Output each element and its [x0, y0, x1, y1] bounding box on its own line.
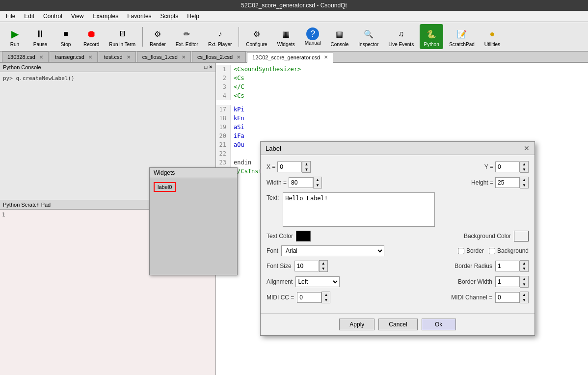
border-checkbox[interactable] — [458, 248, 464, 254]
font-select[interactable]: Arial — [281, 245, 384, 256]
bg-color-swatch[interactable] — [514, 231, 529, 241]
background-checkbox[interactable] — [489, 248, 495, 254]
text-label: Text: — [267, 192, 279, 201]
x-field-group: X = ▲ ▼ — [267, 161, 311, 173]
y-input[interactable] — [495, 161, 520, 172]
y-up-btn[interactable]: ▲ — [520, 161, 528, 167]
configure-button[interactable]: ⚙ Configure — [242, 24, 271, 49]
dialog-close-button[interactable]: ✕ — [524, 144, 530, 152]
ok-button[interactable]: Ok — [422, 319, 456, 330]
ext-player-button[interactable]: ♪ Ext. Player — [204, 24, 236, 49]
menu-bar: File Edit Control View Examples Favorite… — [0, 11, 588, 22]
live-events-button[interactable]: ♫ Live Events — [384, 24, 418, 49]
x-input[interactable] — [277, 161, 302, 172]
menu-help[interactable]: Help — [183, 12, 203, 21]
font-size-down-btn[interactable]: ▼ — [320, 266, 327, 271]
width-input[interactable] — [289, 177, 313, 188]
scratchpad-icon: 📝 — [454, 26, 470, 42]
font-size-input[interactable] — [294, 261, 319, 271]
apply-button[interactable]: Apply — [339, 319, 374, 330]
python-button[interactable]: 🐍 Python — [420, 24, 443, 49]
border-radius-input[interactable] — [495, 261, 520, 271]
tab-cs-floss-1[interactable]: cs_floss_1.csd ✕ — [137, 52, 191, 62]
stop-button[interactable]: ■ Stop — [54, 24, 78, 49]
midi-channel-down-btn[interactable]: ▼ — [520, 297, 528, 303]
python-console-content[interactable]: py> q.createNewLabel() — [0, 72, 215, 84]
menu-favorites[interactable]: Favorites — [123, 12, 155, 21]
tab-close-cs-floss-1[interactable]: ✕ — [182, 54, 186, 60]
border-width-up-btn[interactable]: ▲ — [520, 276, 528, 282]
widgets-button[interactable]: ▦ Widgets — [273, 24, 299, 49]
border-width-down-btn[interactable]: ▼ — [520, 282, 528, 287]
wh-row: Width = ▲ ▼ Height = ▲ — [267, 177, 529, 188]
border-radius-up-btn[interactable]: ▲ — [520, 261, 528, 266]
color-row: Text Color Background Color — [267, 231, 529, 241]
run-button[interactable]: ▶ Run — [3, 24, 27, 49]
pause-icon: ⏸ — [32, 26, 48, 42]
x-down-btn[interactable]: ▼ — [302, 167, 310, 172]
cancel-button[interactable]: Cancel — [378, 319, 417, 330]
manual-button[interactable]: ? Manual — [301, 26, 325, 48]
title-text: 52C02_score_generator.csd - CsoundQt — [241, 2, 347, 9]
menu-file[interactable]: File — [2, 12, 19, 21]
tab-12c02[interactable]: 12C02_score_generator.csd ✕ — [247, 52, 333, 63]
run-in-term-button[interactable]: 🖥 Run in Term — [105, 24, 139, 49]
border-radius-down-btn[interactable]: ▼ — [520, 266, 528, 271]
tab-130328[interactable]: 130328.csd ✕ — [2, 52, 49, 62]
width-label: Width = — [267, 179, 287, 186]
utilities-button[interactable]: ● Utilities — [481, 24, 504, 49]
menu-scripts[interactable]: Scripts — [157, 12, 183, 21]
render-icon: ⚙ — [150, 26, 165, 42]
menu-view[interactable]: View — [67, 12, 88, 21]
tab-close-130328[interactable]: ✕ — [39, 54, 43, 60]
height-down-btn[interactable]: ▼ — [520, 183, 528, 188]
border-label: Border — [466, 247, 484, 254]
tab-cs-floss-2[interactable]: cs_floss_2.csd ✕ — [192, 52, 246, 62]
y-label: Y = — [484, 163, 493, 170]
y-down-btn[interactable]: ▼ — [520, 167, 528, 172]
font-size-up-btn[interactable]: ▲ — [320, 261, 327, 266]
midi-cc-down-btn[interactable]: ▼ — [322, 297, 330, 303]
ext-editor-button[interactable]: ✏ Ext. Editor — [172, 24, 202, 49]
console-button[interactable]: ▦ Console — [327, 24, 353, 49]
font-row: Font Arial Border Background — [267, 245, 529, 256]
midi-channel-up-btn[interactable]: ▲ — [520, 292, 528, 297]
tab-close-cs-floss-2[interactable]: ✕ — [237, 54, 241, 60]
code-line-3: 3 </C — [216, 82, 588, 91]
code-line-1: 1 <CsoundSynthesizer> — [216, 65, 588, 74]
x-up-btn[interactable]: ▲ — [302, 161, 310, 167]
tab-transegr[interactable]: transegr.csd ✕ — [50, 52, 98, 62]
text-color-swatch[interactable] — [296, 231, 311, 241]
midi-cc-spinner-btns: ▲ ▼ — [321, 292, 330, 303]
alignment-select[interactable]: Left Center Right — [295, 276, 340, 287]
tab-close-transegr[interactable]: ✕ — [88, 54, 92, 60]
midi-cc-up-btn[interactable]: ▲ — [322, 292, 330, 297]
text-input[interactable]: Hello Label! — [283, 192, 435, 227]
midi-channel-input[interactable] — [495, 292, 520, 303]
height-input[interactable] — [495, 177, 520, 188]
height-spinner-btns: ▲ ▼ — [520, 177, 529, 188]
tab-test[interactable]: test.csd ✕ — [99, 52, 136, 62]
height-label: Height = — [471, 179, 493, 186]
record-button[interactable]: ⏺ Record — [80, 24, 103, 49]
live-events-icon: ♫ — [393, 26, 409, 42]
text-color-group: Text Color — [267, 231, 311, 241]
scratchpad-button[interactable]: 📝 ScratchPad — [445, 24, 479, 49]
widget-label0[interactable]: label0 — [154, 182, 176, 192]
midi-cc-input[interactable] — [297, 292, 321, 303]
menu-examples[interactable]: Examples — [89, 12, 123, 21]
tab-close-test[interactable]: ✕ — [127, 54, 131, 60]
inspector-button[interactable]: 🔍 Inspector — [354, 24, 382, 49]
tab-close-12c02[interactable]: ✕ — [324, 54, 328, 60]
width-down-btn[interactable]: ▼ — [314, 183, 321, 188]
render-button[interactable]: ⚙ Render — [146, 24, 170, 49]
border-width-input[interactable] — [495, 276, 520, 287]
widgets-panel: Widgets label0 — [149, 167, 238, 275]
height-up-btn[interactable]: ▲ — [520, 177, 528, 183]
pause-button[interactable]: ⏸ Pause — [28, 24, 52, 49]
midi-cc-spinner: ▲ ▼ — [297, 292, 330, 303]
menu-edit[interactable]: Edit — [20, 12, 38, 21]
menu-control[interactable]: Control — [39, 12, 66, 21]
width-up-btn[interactable]: ▲ — [314, 177, 321, 183]
height-spinner: ▲ ▼ — [495, 177, 529, 188]
